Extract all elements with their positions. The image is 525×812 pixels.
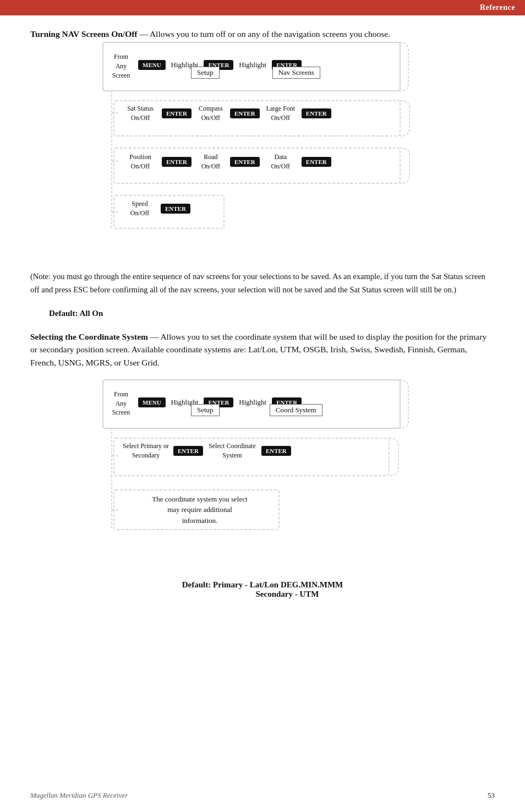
menu-button-2: MENU bbox=[138, 397, 166, 407]
menu-button-1: MENU bbox=[138, 60, 166, 70]
enter-data: ENTER bbox=[302, 157, 331, 167]
page-footer: Magellan Meridian GPS Receiver 53 bbox=[30, 791, 495, 800]
enter-compass: ENTER bbox=[230, 108, 260, 118]
enter-coord: ENTER bbox=[261, 446, 291, 456]
enter-primary: ENTER bbox=[173, 446, 203, 456]
setup-row-1: Setup Nav Screens bbox=[191, 67, 320, 79]
select-coord-label: Select Coordinate System bbox=[207, 442, 257, 460]
coord-system-box: Coord System bbox=[270, 404, 322, 416]
section1-note: (Note: you must go through the entire se… bbox=[30, 270, 495, 297]
enter-sat: ENTER bbox=[162, 108, 192, 118]
default2-line1: Default: Primary - Lat/Lon DEG.MIN.MMM bbox=[30, 580, 495, 590]
default2-line2: Secondary - UTM bbox=[80, 590, 495, 599]
sub-row-1: Sat Status On/Off ENTER Compass On/Off E… bbox=[123, 104, 331, 123]
diagram2: From Any Screen MENU Highlight ENTER Hig… bbox=[103, 380, 422, 567]
header-label: Reference bbox=[480, 3, 515, 12]
sub-row-2: Position On/Off ENTER Road On/Off ENTER … bbox=[123, 152, 331, 171]
from-label: From Any Screen bbox=[107, 52, 135, 80]
from-label-2: From Any Screen bbox=[107, 390, 135, 417]
header-bar: Reference bbox=[0, 0, 525, 15]
section2-defaults: Default: Primary - Lat/Lon DEG.MIN.MMM S… bbox=[30, 580, 495, 599]
footer-left: Magellan Meridian GPS Receiver bbox=[30, 791, 128, 800]
nav-screens-box: Nav Screens bbox=[272, 67, 320, 79]
data-label: Data On/Off bbox=[264, 152, 298, 171]
section1-heading: Turning NAV Screens On/Off — Allows you … bbox=[30, 28, 495, 40]
compass-label: Compass On/Off bbox=[195, 104, 226, 123]
largefont-label: Large Font On/Off bbox=[264, 104, 298, 123]
diagram1: From Any Screen MENU Highlight ENTER Hig… bbox=[103, 42, 422, 257]
enter-position: ENTER bbox=[162, 157, 192, 167]
road-label: Road On/Off bbox=[195, 152, 226, 171]
select-primary-label: Select Primary or Secondary bbox=[123, 442, 169, 460]
enter-largefont: ENTER bbox=[302, 108, 331, 118]
page-number: 53 bbox=[488, 791, 495, 800]
info-box: The coordinate system you select may req… bbox=[123, 494, 277, 526]
enter-road: ENTER bbox=[230, 157, 260, 167]
enter-speed: ENTER bbox=[161, 204, 190, 214]
setup-box-2: Setup bbox=[191, 404, 220, 416]
setup-box-1: Setup bbox=[191, 67, 220, 79]
speed-label: Speed On/Off bbox=[123, 199, 157, 218]
setup-row-2: Setup Coord System bbox=[191, 404, 322, 416]
position-label: Position On/Off bbox=[123, 152, 158, 171]
sub-row-coord-1: Select Primary or Secondary ENTER Select… bbox=[123, 442, 291, 460]
sub-row-3: Speed On/Off ENTER bbox=[123, 199, 190, 218]
section1-default: Default: All On bbox=[49, 309, 495, 318]
section2-heading: Selecting the Coordinate System — Allows… bbox=[30, 330, 495, 369]
sat-status-label: Sat Status On/Off bbox=[123, 104, 158, 123]
